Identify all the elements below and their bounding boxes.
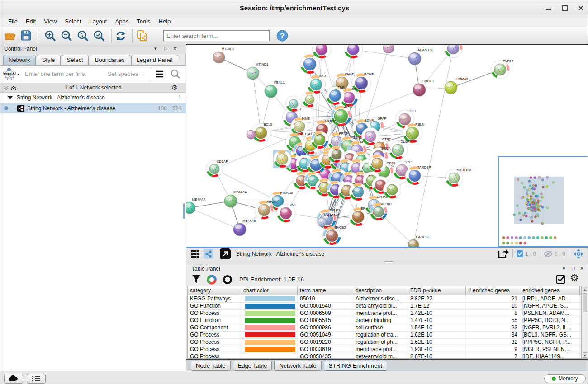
panel-splitter[interactable] — [186, 260, 588, 265]
network-node-mt-nd1[interactable]: MT-ND1 — [247, 62, 268, 80]
column-header-chart-color[interactable]: chart color — [241, 286, 298, 295]
network-edge[interactable] — [413, 48, 453, 245]
task-list-button[interactable] — [27, 374, 46, 384]
network-node[interactable] — [444, 45, 463, 58]
table-row[interactable]: GO FunctionGO:0005515protein binding1.47… — [188, 317, 581, 324]
panel-close-icon[interactable]: ✕ — [580, 266, 584, 272]
panel-float-icon[interactable]: □ — [572, 266, 575, 271]
set-species-link[interactable]: Set species → — [108, 70, 146, 77]
table-row[interactable]: GO ProcessGO:0050435beta-amyloid m...2.0… — [188, 353, 581, 359]
network-node-adamts2[interactable]: ADAMTS2 — [408, 48, 434, 65]
zoom-selected-icon[interactable] — [93, 30, 105, 42]
tab-node-table[interactable]: Node Table — [191, 361, 231, 371]
table-row[interactable]: GO FunctionGO:0001540beta-amyloid bi...1… — [188, 303, 581, 310]
column-header-description[interactable]: description — [353, 286, 408, 295]
search-input[interactable] — [163, 30, 270, 41]
network-node-irs1[interactable]: IRS1 — [307, 74, 327, 94]
tab-legend-panel[interactable]: Legend Panel — [131, 55, 178, 65]
collapse-all-icon[interactable] — [3, 85, 9, 91]
tab-edge-table[interactable]: Edge Table — [233, 361, 272, 371]
table-row[interactable]: GO ProcessGO:0051049regulation of tra...… — [188, 332, 581, 339]
string-search-icon[interactable] — [170, 69, 181, 80]
column-header-enriched-genes[interactable]: enriched genes — [520, 286, 580, 295]
enrichment-table[interactable]: categorychart colorterm namedescriptionF… — [187, 286, 582, 359]
network-node-mt-nd2[interactable]: MT-ND2 — [213, 47, 234, 63]
network-node-pvrl2[interactable]: PVRL2 — [491, 59, 514, 79]
ring-chart-icon[interactable] — [223, 275, 232, 285]
string-query-input[interactable]: Enter one term per line. — [25, 70, 86, 77]
scroll-up-arrow[interactable]: ▲ — [583, 287, 587, 292]
maximize-icon[interactable] — [561, 4, 569, 12]
scroll-down-arrow[interactable]: ▼ — [583, 352, 587, 358]
birdseye-toggle-icon[interactable] — [573, 248, 584, 259]
column-header--enriched-genes[interactable]: # enriched genes — [466, 286, 520, 295]
expand-all-icon[interactable] — [10, 85, 17, 91]
network-collection-row[interactable]: String Network - Alzheimer's disease 1 — [0, 93, 186, 103]
tab-network-table[interactable]: Network Table — [274, 361, 321, 371]
clone-network-icon[interactable] — [136, 29, 148, 42]
refresh-icon[interactable] — [115, 30, 127, 42]
menu-select[interactable]: Select — [61, 17, 85, 26]
detach-view-icon[interactable] — [220, 248, 231, 259]
panel-splitter-grip[interactable] — [183, 203, 185, 219]
network-node-smug1[interactable]: SMUG1 — [413, 79, 434, 96]
menu-edit[interactable]: Edit — [22, 17, 40, 26]
zoom-out-icon[interactable] — [61, 30, 73, 42]
string-options-icon[interactable] — [155, 70, 165, 79]
network-node[interactable] — [350, 183, 367, 201]
tab-select[interactable]: Select — [62, 55, 89, 65]
table-settings-gear-icon[interactable]: ⚙ — [570, 272, 579, 284]
network-edge[interactable] — [190, 208, 240, 229]
network-node[interactable] — [369, 155, 386, 173]
menu-file[interactable]: File — [4, 17, 22, 26]
menu-help[interactable]: Help — [155, 17, 175, 26]
network-node-tardbp[interactable]: TARDBP — [406, 165, 431, 185]
select-columns-icon[interactable] — [556, 275, 565, 284]
table-scrollbar[interactable]: ▲ ▼ — [582, 286, 588, 359]
string-protein-query-button[interactable]: STRING — [0, 66, 21, 83]
birdseye-view[interactable] — [498, 156, 588, 247]
network-node-mthfd1l[interactable]: MTHFD1L — [446, 168, 472, 187]
menu-layout[interactable]: Layout — [85, 17, 111, 26]
network-node-cadps2[interactable]: CADPS2 — [408, 235, 429, 247]
panel-menu-icon[interactable]: ▾ — [154, 46, 157, 52]
network-node[interactable] — [247, 130, 256, 139]
column-header-term-name[interactable]: term name — [298, 286, 353, 295]
close-icon[interactable] — [577, 4, 585, 12]
memory-button[interactable]: Memory — [544, 374, 586, 383]
menu-apps[interactable]: Apps — [111, 17, 133, 26]
panel-close-icon[interactable]: ✕ — [173, 46, 177, 52]
network-node[interactable] — [362, 128, 379, 145]
grid-view-icon[interactable] — [191, 249, 200, 258]
network-node[interactable] — [344, 45, 363, 59]
column-header-FDR-p-value[interactable]: FDR p-value — [408, 286, 466, 295]
enrichment-table-header[interactable]: categorychart colorterm namedescriptionF… — [188, 286, 581, 295]
network-node[interactable] — [384, 181, 401, 199]
network-node[interactable] — [383, 45, 394, 53]
network-node[interactable] — [286, 96, 302, 112]
share-view-icon[interactable] — [204, 249, 213, 259]
network-node-tnf[interactable]: TNF — [326, 85, 345, 105]
tab-string-enrichment[interactable]: STRING Enrichment — [324, 361, 387, 371]
tab-boundaries[interactable]: Boundaries — [90, 55, 130, 65]
automation-cloud-button[interactable] — [4, 374, 23, 384]
tab-network[interactable]: Network — [3, 55, 36, 65]
zoom-fit-icon[interactable] — [77, 30, 89, 42]
network-panel-gear-icon[interactable]: ⚙ — [171, 84, 177, 92]
network-node-tomm40[interactable]: TOMM40 — [445, 77, 468, 94]
table-row[interactable]: GO ComponentGO:0009986cell surface1.54E-… — [188, 324, 581, 332]
network-node-vsnl1[interactable]: VSNL1 — [265, 80, 285, 98]
menu-tools[interactable]: Tools — [133, 17, 154, 26]
network-node[interactable] — [273, 150, 291, 168]
chart-settings-icon[interactable] — [207, 275, 217, 285]
table-row[interactable]: GO ProcessGO:0006509membrane prot...1.42… — [188, 310, 581, 317]
table-row[interactable]: KEGG Pathways05010Alzheimer's dise...8.8… — [188, 295, 581, 303]
filter-icon[interactable] — [192, 275, 201, 284]
export-network-icon[interactable] — [497, 248, 509, 259]
expand-arrow-icon[interactable] — [8, 96, 13, 100]
help-icon[interactable]: ? — [276, 30, 288, 42]
network-node[interactable] — [311, 131, 329, 149]
network-row[interactable]: String Network - Alzheimer's disease 100… — [0, 103, 186, 113]
tab-style[interactable]: Style — [37, 55, 61, 65]
save-session-icon[interactable] — [20, 30, 32, 41]
